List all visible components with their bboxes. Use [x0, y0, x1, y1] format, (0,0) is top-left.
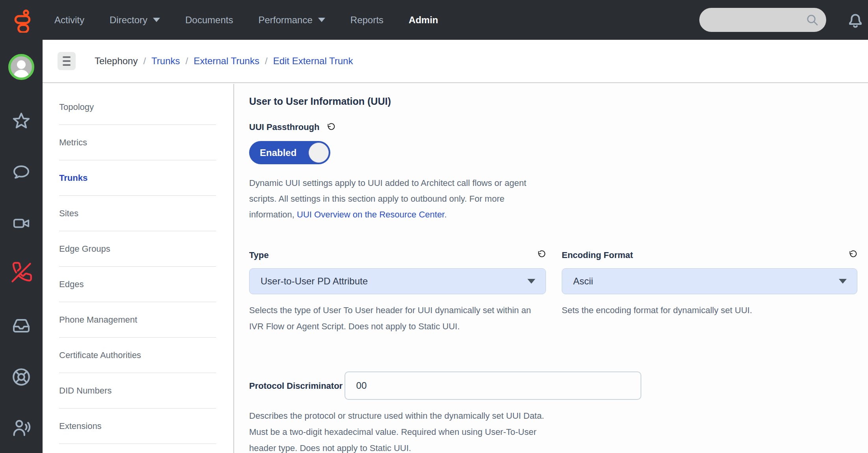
telephony-sidebar: Topology Metrics Trunks Sites Edge Group… [43, 84, 233, 453]
edit-external-trunk-panel: User to User Information (UUI) UUI Passt… [234, 84, 868, 453]
protocol-discriminator-input[interactable] [345, 371, 641, 400]
nav-item-activity[interactable]: Activity [54, 15, 84, 26]
top-nav: Activity Directory Documents Performance… [0, 0, 868, 40]
breadcrumb-link-trunks[interactable]: Trunks [151, 56, 180, 67]
protocol-help-text: Describes the protocol or structure used… [249, 408, 553, 453]
favorites-star-icon[interactable] [12, 111, 31, 130]
toggle-knob[interactable] [309, 143, 329, 163]
encoding-format-label: Encoding Format [562, 250, 633, 260]
breadcrumb-link-external-trunks[interactable]: External Trunks [194, 56, 259, 67]
sidebar-item-did-numbers[interactable]: DID Numbers [59, 373, 216, 408]
uui-overview-link[interactable]: UUI Overview on the Resource Center [297, 210, 444, 219]
nav-item-admin[interactable]: Admin [409, 15, 438, 26]
encoding-help-text: Sets the encoding format for dynamically… [562, 302, 857, 318]
nav-item-reports[interactable]: Reports [350, 15, 384, 26]
notifications-bell-icon[interactable] [846, 9, 865, 31]
breadcrumb-section: Telephony [95, 56, 138, 67]
phone-off-icon[interactable] [11, 262, 32, 283]
agent-speaking-icon[interactable] [11, 418, 31, 437]
chevron-down-icon [839, 279, 847, 284]
chat-bubble-icon[interactable] [12, 163, 31, 182]
type-select[interactable]: User-to-User PD Attribute [249, 268, 546, 294]
sidebar-item-certificate-authorities[interactable]: Certificate Authorities [59, 338, 216, 373]
genesys-logo-icon[interactable] [10, 7, 35, 33]
video-camera-icon[interactable] [12, 214, 30, 232]
menu-toggle-button[interactable] [58, 52, 76, 70]
global-search[interactable] [699, 8, 826, 32]
type-selected-value: User-to-User PD Attribute [261, 276, 527, 287]
sidebar-item-edges[interactable]: Edges [59, 267, 216, 302]
type-label: Type [249, 250, 269, 260]
primary-nav: Activity Directory Documents Performance… [54, 15, 438, 26]
chevron-down-icon [527, 279, 535, 284]
type-help-text: Selects the type of User To User header … [249, 302, 546, 334]
reset-icon[interactable] [848, 250, 857, 259]
sidebar-item-sites[interactable]: Sites [59, 196, 216, 231]
sidebar-item-extensions[interactable]: Extensions [59, 408, 216, 444]
uui-passthrough-label: UUI Passthrough [249, 122, 319, 132]
chevron-down-icon [153, 18, 160, 22]
encoding-format-select[interactable]: Ascii [562, 268, 857, 294]
sidebar-item-trunks[interactable]: Trunks [59, 160, 216, 196]
type-field-group: Type User-to-User PD Attribute Selects t… [249, 250, 546, 334]
sidebar-item-topology[interactable]: Topology [59, 89, 216, 125]
sidebar-item-edge-groups[interactable]: Edge Groups [59, 231, 216, 267]
avatar-person-icon [17, 60, 26, 69]
chevron-down-icon [318, 18, 325, 22]
uui-passthrough-toggle[interactable]: Enabled [249, 141, 330, 164]
encoding-field-group: Encoding Format Ascii Sets the encoding … [562, 250, 857, 334]
nav-item-performance[interactable]: Performance [258, 15, 325, 26]
search-icon[interactable] [806, 13, 819, 27]
reset-icon[interactable] [326, 123, 335, 132]
protocol-discriminator-group: Protocol Discriminator Describes the pro… [249, 363, 857, 453]
user-avatar[interactable] [8, 54, 34, 80]
sidebar-item-phone-management[interactable]: Phone Management [59, 302, 216, 338]
protocol-discriminator-label: Protocol Discriminator [249, 381, 343, 391]
avatar-online-ring [8, 54, 34, 80]
uui-description: Dynamic UUI settings apply to UUI added … [249, 175, 549, 223]
search-input[interactable] [710, 15, 806, 26]
breadcrumb: Telephony / Trunks / External Trunks / E… [95, 56, 353, 67]
reset-icon[interactable] [537, 250, 546, 259]
nav-item-documents[interactable]: Documents [185, 15, 233, 26]
left-icon-rail [0, 40, 43, 453]
breadcrumb-link-edit-external-trunk[interactable]: Edit External Trunk [273, 56, 353, 67]
inbox-icon[interactable] [12, 316, 31, 335]
breadcrumb-bar: Telephony / Trunks / External Trunks / E… [43, 40, 868, 83]
toggle-state-label: Enabled [260, 147, 296, 158]
section-title: User to User Information (UUI) [249, 96, 857, 107]
help-wheel-icon[interactable] [11, 367, 31, 387]
encoding-selected-value: Ascii [573, 276, 839, 287]
sidebar-item-metrics[interactable]: Metrics [59, 125, 216, 160]
nav-item-directory[interactable]: Directory [110, 15, 160, 26]
